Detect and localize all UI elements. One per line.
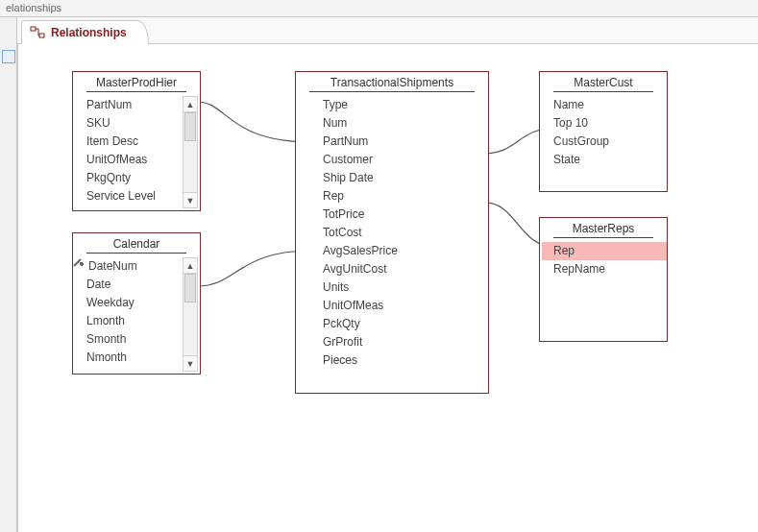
field-item[interactable]: Weekday: [85, 294, 183, 312]
field-item[interactable]: State: [551, 151, 667, 169]
table-title-rule: [309, 91, 475, 92]
field-item[interactable]: UnitOfMeas: [85, 151, 183, 169]
nav-pane-toggle-icon[interactable]: [2, 50, 15, 63]
scroll-up-button[interactable]: ▲: [183, 258, 197, 274]
field-item[interactable]: Top 10: [551, 114, 667, 133]
field-item[interactable]: TotPrice: [321, 206, 488, 224]
table-title: MasterCust: [540, 72, 667, 91]
field-item[interactable]: Rep: [321, 187, 488, 206]
table-title: Calendar: [73, 233, 200, 253]
field-scrollbar[interactable]: ▲ ▼: [183, 96, 198, 208]
scroll-up-button[interactable]: ▲: [183, 97, 197, 112]
table-transactionalshipments[interactable]: TransactionalShipments Type Num PartNum …: [295, 71, 489, 394]
table-calendar[interactable]: Calendar DateNum Date Weekday Lmonth Smo…: [72, 232, 201, 375]
field-item[interactable]: TotCost: [321, 224, 488, 242]
field-item[interactable]: Service Level: [85, 187, 183, 206]
field-item[interactable]: Units: [321, 278, 488, 297]
tabbar-left-gutter: [0, 17, 17, 44]
field-item[interactable]: Nmonth: [85, 349, 183, 367]
table-masterprodhier[interactable]: MasterProdHier PartNum SKU Item Desc Uni…: [72, 71, 201, 211]
field-item[interactable]: PckQty: [321, 315, 488, 333]
field-item[interactable]: Smonth: [85, 330, 183, 349]
table-title-rule: [86, 91, 186, 92]
table-mastercust[interactable]: MasterCust Name Top 10 CustGroup State: [539, 71, 668, 192]
table-masterreps[interactable]: MasterReps Rep RepName: [539, 217, 668, 342]
table-title-rule: [553, 91, 653, 92]
field-item[interactable]: Item Desc: [85, 133, 183, 151]
field-item[interactable]: Name: [551, 96, 667, 114]
field-list: PartNum SKU Item Desc UnitOfMeas PkgQnty…: [73, 94, 200, 207]
table-title: MasterProdHier: [73, 72, 200, 91]
field-item[interactable]: Date: [85, 276, 183, 294]
scroll-thumb[interactable]: [184, 274, 196, 302]
field-list: Type Num PartNum Customer Ship Date Rep …: [296, 94, 488, 372]
field-item[interactable]: PkgQnty: [85, 169, 183, 187]
svg-rect-1: [39, 34, 44, 37]
table-title: TransactionalShipments: [296, 72, 488, 91]
svg-rect-0: [31, 27, 36, 31]
field-scrollbar[interactable]: ▲ ▼: [183, 257, 198, 372]
field-item[interactable]: Customer: [321, 151, 488, 169]
scroll-down-button[interactable]: ▼: [183, 355, 197, 371]
field-list: Rep RepName: [540, 240, 667, 280]
field-item[interactable]: Lmonth: [85, 312, 183, 330]
field-item[interactable]: AvgUnitCost: [321, 260, 488, 278]
relationships-canvas[interactable]: MasterProdHier PartNum SKU Item Desc Uni…: [17, 44, 758, 532]
field-item[interactable]: RepName: [542, 260, 667, 278]
document-tabbar: Relationships: [0, 17, 758, 44]
field-item[interactable]: GrProfit: [321, 333, 488, 351]
table-title-rule: [86, 253, 186, 254]
relationships-icon: [30, 25, 45, 40]
field-item[interactable]: AvgSalesPrice: [321, 242, 488, 260]
field-item-key[interactable]: DateNum: [85, 257, 183, 276]
window-title-hint: elationships: [6, 2, 61, 13]
tab-label: Relationships: [51, 26, 127, 39]
scroll-track[interactable]: [183, 112, 197, 192]
field-item-selected[interactable]: Rep: [542, 242, 667, 260]
field-item[interactable]: Ship Date: [321, 169, 488, 187]
scroll-thumb[interactable]: [184, 112, 196, 141]
table-title: MasterReps: [540, 218, 667, 237]
tab-relationships[interactable]: Relationships: [21, 20, 149, 45]
field-item[interactable]: SKU: [85, 114, 183, 133]
field-item[interactable]: UnitOfMeas: [321, 297, 488, 315]
field-item[interactable]: Type: [321, 96, 488, 114]
field-item[interactable]: PartNum: [85, 96, 183, 114]
scroll-down-button[interactable]: ▼: [183, 192, 197, 207]
field-item[interactable]: PartNum: [321, 133, 488, 151]
window-titlebar-fragment: elationships: [0, 0, 758, 17]
field-list: Name Top 10 CustGroup State: [540, 94, 667, 171]
left-rail: [0, 44, 17, 532]
table-title-rule: [553, 237, 653, 238]
field-list: DateNum Date Weekday Lmonth Smonth Nmont…: [73, 255, 200, 369]
field-item[interactable]: Num: [321, 114, 488, 133]
field-item[interactable]: CustGroup: [551, 133, 667, 151]
field-item[interactable]: Pieces: [321, 351, 488, 370]
scroll-track[interactable]: [183, 274, 197, 355]
